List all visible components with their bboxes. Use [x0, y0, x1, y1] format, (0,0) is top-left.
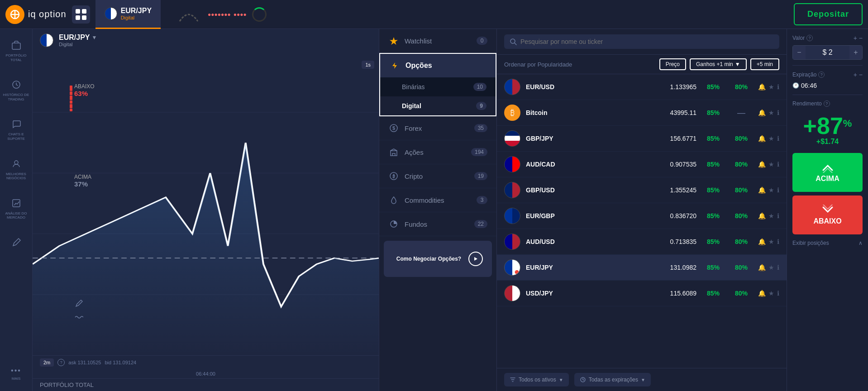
abaixo-button[interactable]: ABAIXO	[792, 196, 863, 234]
info-icon-usd-jpy[interactable]: ℹ	[777, 290, 779, 297]
fundos-badge: 22	[474, 220, 487, 228]
svg-line-20	[515, 43, 516, 45]
star-icon-aud-usd[interactable]: ★	[768, 238, 774, 245]
asset-tab-eurjpy[interactable]: EUR/JPY Digital	[95, 0, 161, 29]
depositar-button[interactable]: Depositar	[794, 3, 863, 25]
chart-info-button[interactable]: ?	[57, 359, 65, 366]
sub-menu-digital[interactable]: Digital 9	[380, 96, 496, 115]
bid-price: bid 131.09124	[105, 360, 136, 365]
asset-row-usd-jpy[interactable]: USD/JPY 115.6089 85% 80% 🔔 ★ ℹ	[497, 281, 787, 306]
grid-menu-button[interactable]	[72, 5, 90, 24]
exibir-chevron-icon[interactable]: ∧	[858, 240, 863, 246]
menu-item-opcoes[interactable]: Opções	[380, 54, 496, 77]
star-icon-usd-jpy[interactable]: ★	[768, 290, 774, 297]
bell-icon-bitcoin[interactable]: 🔔	[758, 109, 766, 116]
timeframe-button[interactable]: 2m	[40, 358, 54, 367]
rendimento-info-icon[interactable]: ?	[824, 100, 830, 107]
asset-price-eur-usd: 1.133965	[656, 83, 696, 91]
info-icon-gbp-usd[interactable]: ℹ	[777, 186, 779, 194]
promo-video-button[interactable]: Como Negociar Opções?	[384, 241, 492, 277]
binarias-label: Binárias	[402, 83, 425, 91]
forex-label: Forex	[405, 124, 422, 132]
menu-item-fundos[interactable]: Fundos 22	[379, 212, 496, 236]
bell-icon-gbp-jpy[interactable]: 🔔	[758, 135, 766, 142]
gain2-sort-button[interactable]: +5 min	[750, 58, 779, 70]
abaixo-pct: 63%	[74, 90, 95, 97]
filter-all-assets[interactable]: Todos os ativos ▼	[504, 373, 569, 386]
asset-row-eur-usd[interactable]: EUR/USD 1.133965 85% 80% 🔔 ★ ℹ	[497, 74, 787, 100]
asset-row-gbp-jpy[interactable]: GBP/JPY 156.6771 85% 80% 🔔 ★ ℹ	[497, 126, 787, 152]
dropdown-icon[interactable]: ▼	[91, 34, 97, 41]
sub-menu-binarias[interactable]: Binárias 10	[380, 77, 496, 96]
asset-row-aud-cad[interactable]: AUD/CAD 0.907535 85% 80% 🔔 ★ ℹ	[497, 152, 787, 177]
gain1-sort-button[interactable]: Ganhos +1 min ▼	[690, 58, 747, 70]
sidebar-item-analysis[interactable]: ANÁLISE DO MERCADO	[0, 194, 32, 223]
info-icon-eur-gbp[interactable]: ℹ	[777, 212, 779, 219]
asset-row-eur-jpy[interactable]: 🔴 EUR/JPY 131.0982 85% 80% 🔔 ★ ℹ	[497, 255, 787, 281]
valor-plus-icon[interactable]: +	[854, 34, 857, 42]
asset-row-gbp-usd[interactable]: GBP/USD 1.355245 85% 80% 🔔 ★ ℹ	[497, 177, 787, 203]
info-icon-eur-usd[interactable]: ℹ	[777, 83, 779, 91]
star-icon-gbp-usd[interactable]: ★	[768, 186, 774, 194]
info-icon-gbp-jpy[interactable]: ℹ	[777, 135, 779, 142]
price-sort-button[interactable]: Preço	[659, 58, 686, 70]
history-label: HISTÓRICO DE TRADING	[3, 93, 29, 101]
logo-icon	[5, 5, 24, 24]
asset-gain1-aud-usd: 85%	[702, 238, 725, 245]
menu-item-watchlist[interactable]: Watchlist 0	[379, 29, 496, 53]
filter-all-expirations[interactable]: Todas as expirações ▼	[574, 373, 651, 386]
asset-row-bitcoin[interactable]: ₿ Bitcoin 43995.11 85% — 🔔 ★ ℹ	[497, 100, 787, 126]
sidebar-item-history[interactable]: HISTÓRICO DE TRADING	[0, 76, 32, 104]
sidebar-item-more-dots[interactable]: ••• MAIS	[8, 364, 24, 384]
info-icon-aud-usd[interactable]: ℹ	[777, 238, 779, 245]
sidebar-item-deals[interactable]: MELHORES NEGÓCIOS	[0, 155, 32, 183]
bell-icon-aud-cad[interactable]: 🔔	[758, 161, 766, 168]
wave-icon[interactable]	[74, 313, 83, 324]
menu-item-forex[interactable]: $ Forex 35	[379, 116, 496, 140]
svg-text:₿: ₿	[392, 174, 395, 179]
bell-icon-aud-usd[interactable]: 🔔	[758, 238, 766, 245]
asset-info-eur-usd: EUR/USD	[526, 83, 650, 91]
star-icon-aud-cad[interactable]: ★	[768, 161, 774, 168]
portfolio-label: PORTFÓLIO TOTAL	[3, 53, 29, 62]
valor-minus-icon[interactable]: −	[859, 34, 863, 42]
sidebar-item-chat[interactable]: CHATS E SUPORTE	[0, 115, 32, 143]
search-input[interactable]	[520, 38, 774, 45]
menu-item-cripto[interactable]: ₿ Cripto 19	[379, 164, 496, 188]
bell-icon-gbp-usd[interactable]: 🔔	[758, 186, 766, 194]
valor-decrement-button[interactable]: −	[793, 46, 806, 59]
bell-icon-eur-jpy[interactable]: 🔔	[758, 264, 766, 271]
star-icon-eur-gbp[interactable]: ★	[768, 212, 774, 219]
valor-increment-button[interactable]: +	[849, 46, 862, 59]
star-icon-bitcoin[interactable]: ★	[768, 109, 774, 116]
sidebar-item-draw[interactable]	[7, 234, 25, 252]
exibir-label: Exibir posições	[792, 240, 829, 246]
asset-info-gbp-usd: GBP/USD	[526, 186, 650, 194]
star-icon-gbp-jpy[interactable]: ★	[768, 135, 774, 142]
bell-icon-usd-jpy[interactable]: 🔔	[758, 290, 766, 297]
menu-item-commodities[interactable]: Commodities 3	[379, 188, 496, 212]
1s-button[interactable]: 1s	[362, 61, 374, 69]
acima-button[interactable]: ACIMA	[792, 153, 863, 192]
info-icon-bitcoin[interactable]: ℹ	[777, 109, 779, 116]
menu-item-acoes[interactable]: Ações 194	[379, 140, 496, 164]
expiracao-plus-icon[interactable]: +	[854, 71, 857, 78]
asset-gain1-gbp-jpy: 85%	[702, 135, 725, 142]
portfolio-total-bar: PORTFÓLIO TOTAL	[33, 378, 379, 391]
info-icon-eur-jpy[interactable]: ℹ	[777, 264, 779, 271]
asset-row-aud-usd[interactable]: AUD/USD 0.713835 85% 80% 🔔 ★ ℹ	[497, 229, 787, 255]
sidebar-item-portfolio[interactable]: PORTFÓLIO TOTAL	[0, 36, 32, 65]
edit-icon[interactable]	[74, 299, 83, 310]
play-button[interactable]	[468, 252, 483, 266]
aud-usd-flag	[504, 234, 520, 250]
expiracao-info-icon[interactable]: ?	[818, 72, 825, 78]
info-icon-aud-cad[interactable]: ℹ	[777, 161, 779, 168]
star-icon-eur-usd[interactable]: ★	[768, 83, 774, 91]
valor-info-icon[interactable]: ?	[806, 35, 813, 41]
asset-row-eur-gbp[interactable]: EUR/GBP 0.836720 85% 80% 🔔 ★ ℹ	[497, 203, 787, 229]
expiracao-minus-icon[interactable]: −	[859, 71, 863, 78]
bell-icon-eur-gbp[interactable]: 🔔	[758, 212, 766, 219]
bell-icon-eur-usd[interactable]: 🔔	[758, 83, 766, 91]
deals-label: MELHORES NEGÓCIOS	[3, 172, 29, 181]
star-icon-eur-jpy[interactable]: ★	[768, 264, 774, 271]
